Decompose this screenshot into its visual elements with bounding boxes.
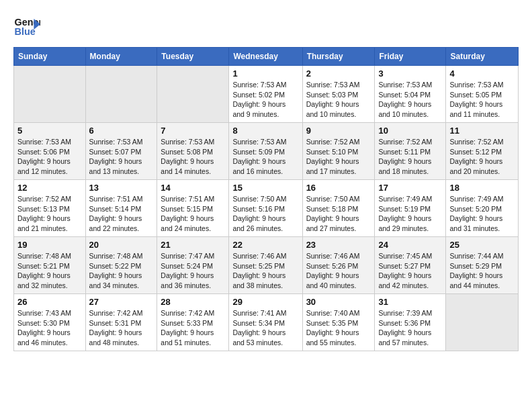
day-info: Sunrise: 7:39 AM Sunset: 5:36 PM Dayligh… [378,308,442,348]
calendar-cell [85,66,157,123]
calendar-cell: 20Sunrise: 7:48 AM Sunset: 5:22 PM Dayli… [85,237,157,294]
day-number: 17 [378,183,442,193]
calendar-cell: 27Sunrise: 7:42 AM Sunset: 5:31 PM Dayli… [85,294,157,351]
calendar-cell: 7Sunrise: 7:53 AM Sunset: 5:08 PM Daylig… [157,123,229,180]
day-number: 13 [89,183,154,193]
day-info: Sunrise: 7:53 AM Sunset: 5:03 PM Dayligh… [306,80,371,120]
day-number: 4 [449,68,515,79]
day-number: 18 [449,183,515,193]
day-info: Sunrise: 7:41 AM Sunset: 5:34 PM Dayligh… [232,308,298,348]
calendar-cell: 23Sunrise: 7:46 AM Sunset: 5:26 PM Dayli… [302,237,375,294]
day-number: 31 [378,297,442,307]
calendar-cell: 22Sunrise: 7:46 AM Sunset: 5:25 PM Dayli… [229,237,302,294]
day-number: 6 [89,126,154,136]
calendar-cell: 11Sunrise: 7:52 AM Sunset: 5:12 PM Dayli… [446,123,519,180]
day-info: Sunrise: 7:51 AM Sunset: 5:14 PM Dayligh… [89,194,154,234]
day-header-wednesday: Wednesday [229,48,302,66]
day-number: 12 [17,183,82,193]
day-number: 7 [161,126,225,136]
day-info: Sunrise: 7:52 AM Sunset: 5:12 PM Dayligh… [449,137,515,177]
day-info: Sunrise: 7:52 AM Sunset: 5:13 PM Dayligh… [17,194,82,234]
calendar-cell: 13Sunrise: 7:51 AM Sunset: 5:14 PM Dayli… [85,180,157,237]
day-info: Sunrise: 7:49 AM Sunset: 5:19 PM Dayligh… [378,194,442,234]
page-header: General Blue [13,13,519,40]
calendar-week-5: 26Sunrise: 7:43 AM Sunset: 5:30 PM Dayli… [14,294,519,351]
calendar-cell: 25Sunrise: 7:44 AM Sunset: 5:29 PM Dayli… [446,237,519,294]
day-info: Sunrise: 7:53 AM Sunset: 5:02 PM Dayligh… [232,80,298,120]
calendar-cell: 14Sunrise: 7:51 AM Sunset: 5:15 PM Dayli… [157,180,229,237]
day-info: Sunrise: 7:52 AM Sunset: 5:11 PM Dayligh… [378,137,442,177]
calendar-cell: 28Sunrise: 7:42 AM Sunset: 5:33 PM Dayli… [157,294,229,351]
calendar-cell: 10Sunrise: 7:52 AM Sunset: 5:11 PM Dayli… [375,123,446,180]
days-header-row: SundayMondayTuesdayWednesdayThursdayFrid… [14,48,519,66]
day-info: Sunrise: 7:53 AM Sunset: 5:09 PM Dayligh… [232,137,298,177]
day-number: 28 [161,297,225,307]
calendar-table: SundayMondayTuesdayWednesdayThursdayFrid… [13,47,519,351]
calendar-week-4: 19Sunrise: 7:48 AM Sunset: 5:21 PM Dayli… [14,237,519,294]
day-info: Sunrise: 7:46 AM Sunset: 5:25 PM Dayligh… [232,251,298,291]
day-number: 8 [232,126,298,136]
calendar-cell: 31Sunrise: 7:39 AM Sunset: 5:36 PM Dayli… [375,294,446,351]
day-info: Sunrise: 7:53 AM Sunset: 5:07 PM Dayligh… [89,137,154,177]
day-number: 15 [232,183,298,193]
day-number: 27 [89,297,154,307]
day-header-saturday: Saturday [446,48,519,66]
calendar-cell: 26Sunrise: 7:43 AM Sunset: 5:30 PM Dayli… [14,294,86,351]
svg-text:Blue: Blue [15,26,36,37]
day-number: 10 [378,126,442,136]
calendar-cell: 15Sunrise: 7:50 AM Sunset: 5:16 PM Dayli… [229,180,302,237]
calendar-cell: 29Sunrise: 7:41 AM Sunset: 5:34 PM Dayli… [229,294,302,351]
day-number: 11 [449,126,515,136]
day-info: Sunrise: 7:48 AM Sunset: 5:21 PM Dayligh… [17,251,82,291]
day-number: 26 [17,297,82,307]
day-number: 21 [161,240,225,250]
day-number: 9 [306,126,371,136]
day-info: Sunrise: 7:48 AM Sunset: 5:22 PM Dayligh… [89,251,154,291]
calendar-cell: 5Sunrise: 7:53 AM Sunset: 5:06 PM Daylig… [14,123,86,180]
calendar-cell: 2Sunrise: 7:53 AM Sunset: 5:03 PM Daylig… [302,66,375,123]
calendar-cell: 30Sunrise: 7:40 AM Sunset: 5:35 PM Dayli… [302,294,375,351]
day-number: 1 [232,68,298,79]
calendar-cell: 8Sunrise: 7:53 AM Sunset: 5:09 PM Daylig… [229,123,302,180]
calendar-cell [157,66,229,123]
calendar-cell: 19Sunrise: 7:48 AM Sunset: 5:21 PM Dayli… [14,237,86,294]
day-number: 3 [378,68,442,79]
calendar-cell: 21Sunrise: 7:47 AM Sunset: 5:24 PM Dayli… [157,237,229,294]
calendar-cell [14,66,86,123]
day-number: 14 [161,183,225,193]
day-number: 5 [17,126,82,136]
logo-icon: General Blue [13,13,40,40]
calendar-cell: 4Sunrise: 7:53 AM Sunset: 5:05 PM Daylig… [446,66,519,123]
day-header-monday: Monday [85,48,157,66]
day-info: Sunrise: 7:45 AM Sunset: 5:27 PM Dayligh… [378,251,442,291]
calendar-cell: 12Sunrise: 7:52 AM Sunset: 5:13 PM Dayli… [14,180,86,237]
day-number: 25 [449,240,515,250]
day-number: 2 [306,68,371,79]
day-number: 30 [306,297,371,307]
calendar-cell [446,294,519,351]
day-info: Sunrise: 7:50 AM Sunset: 5:18 PM Dayligh… [306,194,371,234]
day-info: Sunrise: 7:50 AM Sunset: 5:16 PM Dayligh… [232,194,298,234]
day-header-tuesday: Tuesday [157,48,229,66]
day-info: Sunrise: 7:53 AM Sunset: 5:05 PM Dayligh… [449,80,515,120]
day-number: 29 [232,297,298,307]
day-number: 22 [232,240,298,250]
calendar-cell: 17Sunrise: 7:49 AM Sunset: 5:19 PM Dayli… [375,180,446,237]
calendar-cell: 1Sunrise: 7:53 AM Sunset: 5:02 PM Daylig… [229,66,302,123]
day-info: Sunrise: 7:51 AM Sunset: 5:15 PM Dayligh… [161,194,225,234]
day-header-friday: Friday [375,48,446,66]
calendar-cell: 3Sunrise: 7:53 AM Sunset: 5:04 PM Daylig… [375,66,446,123]
day-info: Sunrise: 7:44 AM Sunset: 5:29 PM Dayligh… [449,251,515,291]
day-info: Sunrise: 7:46 AM Sunset: 5:26 PM Dayligh… [306,251,371,291]
calendar-cell: 6Sunrise: 7:53 AM Sunset: 5:07 PM Daylig… [85,123,157,180]
day-number: 19 [17,240,82,250]
calendar-cell: 24Sunrise: 7:45 AM Sunset: 5:27 PM Dayli… [375,237,446,294]
day-number: 24 [378,240,442,250]
calendar-week-2: 5Sunrise: 7:53 AM Sunset: 5:06 PM Daylig… [14,123,519,180]
calendar-cell: 9Sunrise: 7:52 AM Sunset: 5:10 PM Daylig… [302,123,375,180]
day-info: Sunrise: 7:53 AM Sunset: 5:06 PM Dayligh… [17,137,82,177]
day-info: Sunrise: 7:43 AM Sunset: 5:30 PM Dayligh… [17,308,82,348]
day-info: Sunrise: 7:52 AM Sunset: 5:10 PM Dayligh… [306,137,371,177]
day-header-thursday: Thursday [302,48,375,66]
day-number: 20 [89,240,154,250]
